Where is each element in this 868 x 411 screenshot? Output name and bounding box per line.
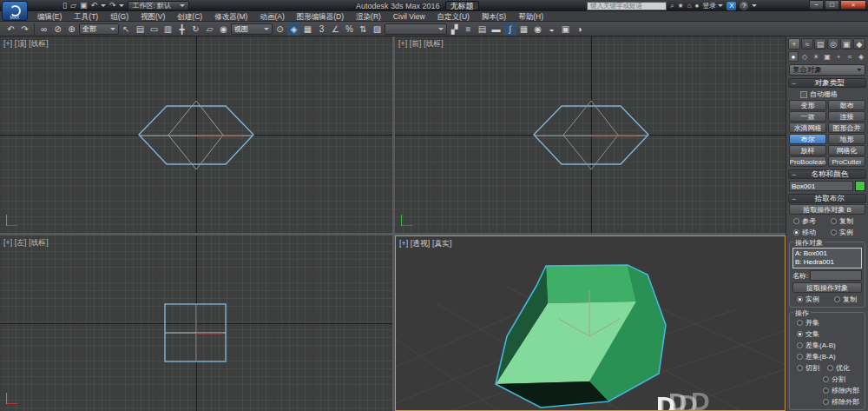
undo-dropdown-icon[interactable] [101,4,106,7]
percent-snap-icon[interactable]: % [343,23,356,36]
menu-modifiers[interactable]: 修改器(M) [208,11,253,22]
intersection-radio[interactable] [797,331,803,337]
menu-graph-editors[interactable]: 图形编辑器(D) [291,11,350,22]
viewport-front[interactable]: [+] [前] [线框] [395,36,786,233]
operand-b[interactable]: B: Hedra001 [795,258,859,267]
minimize-button[interactable]: − [809,0,824,10]
help-dropdown-icon[interactable] [752,4,757,7]
search-input[interactable] [587,2,667,10]
refine-radio[interactable] [827,365,833,371]
viewport-label-top[interactable]: [+] [顶] [线框] [3,39,49,50]
rect-region-icon[interactable]: ▭ [148,23,161,36]
extract-instance-radio[interactable] [797,296,803,302]
display-tab[interactable]: ▣ [840,38,852,50]
menu-customize[interactable]: 自定义(U) [431,11,476,22]
lights-icon[interactable]: ☀ [811,51,821,62]
scale-icon[interactable]: ▱ [203,23,216,36]
named-sets-dropdown[interactable] [385,23,447,35]
cut-radio[interactable] [797,365,803,371]
undo-icon[interactable]: ↶ [4,23,17,36]
menu-views[interactable]: 视图(V) [135,11,171,22]
exchange-apps-icon[interactable]: X [727,2,736,10]
move-icon[interactable]: ╋ [175,23,188,36]
spinner-snap-icon[interactable]: ⇅ [357,23,370,36]
open-file-icon[interactable]: ▱ [70,1,76,10]
scatter-button[interactable]: 散布 [828,100,865,110]
operands-list[interactable]: A: Box001 B: Hedra001 [792,248,862,268]
close-button[interactable]: × [840,0,866,10]
extract-operand-button[interactable]: 提取操作对象 [792,282,862,293]
union-radio[interactable] [797,320,803,326]
sign-in-button[interactable]: 登录 [702,1,723,10]
viewport-left[interactable]: [+] [左] [线框] [0,235,392,411]
maximize-button[interactable]: □ [825,0,839,10]
snap-toggle-icon[interactable]: 3 [315,23,328,36]
bind-spacewarp-icon[interactable]: ⊕ [65,23,78,36]
hierarchy-tab[interactable]: ▤ [814,38,826,50]
menu-tools[interactable]: 工具(T) [68,11,104,22]
coord-system-dropdown[interactable]: 视图 [231,23,273,35]
help-icon[interactable]: ? [740,2,748,10]
spacewarps-icon[interactable]: ≈ [845,51,855,62]
systems-icon[interactable]: ◈ [856,51,866,62]
modify-tab[interactable]: ≈ [801,38,813,50]
rollout-name-color[interactable]: − 名称和颜色 [788,169,866,179]
star-icon[interactable]: ★ [677,2,683,10]
remove-outside-radio[interactable] [823,399,829,405]
operand-name-field[interactable] [810,270,862,281]
schematic-view-icon[interactable]: ▦ [517,23,530,36]
blobmesh-button[interactable]: 水滴网格 [789,123,826,133]
undo-icon[interactable]: ↶ [90,1,97,10]
instance-radio[interactable] [831,229,837,235]
rendered-frame-icon[interactable]: ▣ [559,23,572,36]
split-radio[interactable] [823,376,829,382]
unlink-icon[interactable]: ⊘ [51,23,64,36]
subtract-ab-radio[interactable] [797,342,803,348]
place-icon[interactable]: ◉ [217,23,230,36]
application-menu-button[interactable]: MAX [2,1,28,21]
operand-a[interactable]: A: Box001 [795,249,859,258]
render-production-icon[interactable]: ◑ [573,23,586,36]
align-icon[interactable]: ≡ [462,23,475,36]
motion-tab[interactable]: ◎ [827,38,839,50]
reference-radio[interactable] [793,218,799,224]
new-scene-icon[interactable]: ▯ [62,1,67,10]
helpers-icon[interactable]: + [833,51,844,62]
viewport-label-perspective[interactable]: [+] [透视] [真实] [399,239,451,249]
menu-group[interactable]: 组(G) [104,11,135,22]
autogrid-checkbox[interactable] [800,91,807,98]
workspace-dropdown[interactable]: 工作区: 默认 [128,1,188,10]
redo-dropdown-icon[interactable] [119,4,124,7]
curve-editor-icon[interactable]: ∫ [503,23,516,36]
menu-scripting[interactable]: 脚本(S) [476,11,512,22]
search-icon[interactable]: ⌕ [670,2,674,10]
geometry-category-dropdown[interactable]: 复合对象 [789,64,865,76]
extract-copy-radio[interactable] [834,296,840,302]
cameras-icon[interactable]: ▣ [822,51,832,62]
kbd-override-icon[interactable]: ▦ [301,23,314,36]
shapemerge-button[interactable]: 图形合并 [828,123,865,133]
loft-button[interactable]: 放样 [789,145,826,156]
terrain-button[interactable]: 地形 [828,134,865,144]
select-object-icon[interactable]: ↖ [120,23,133,36]
proboolean-button[interactable]: ProBoolean [789,156,826,167]
link-icon[interactable]: ∞ [37,23,50,36]
viewport-perspective[interactable]: [+] [透视] [真实] D [395,235,786,411]
rotate-icon[interactable]: ↻ [189,23,202,36]
object-name-field[interactable]: Box001 [789,181,853,191]
menu-edit[interactable]: 编辑(E) [31,11,68,22]
menu-rendering[interactable]: 渲染(R) [350,11,387,22]
user-icon[interactable]: ● [695,2,700,10]
subtract-ba-radio[interactable] [797,354,803,360]
mesher-button[interactable]: 网格化 [828,145,865,156]
utilities-tab[interactable]: ◆ [853,38,865,50]
remove-inside-radio[interactable] [823,388,829,394]
manipulate-icon[interactable]: ◈ [287,23,300,36]
object-color-swatch[interactable] [855,181,865,191]
menu-animation[interactable]: 动画(A) [253,11,290,22]
material-editor-icon[interactable]: ◉ [531,23,544,36]
edit-named-sets-icon[interactable]: ▨ [371,23,384,36]
angle-snap-icon[interactable]: ∠ [329,23,342,36]
conform-button[interactable]: 一致 [789,111,826,122]
viewport-label-left[interactable]: [+] [左] [线框] [3,238,49,249]
